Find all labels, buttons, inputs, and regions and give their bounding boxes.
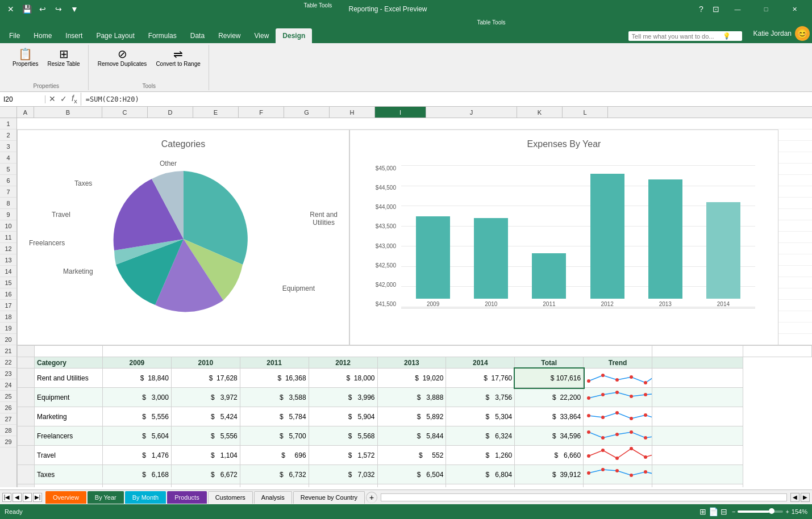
tab-data[interactable]: Data xyxy=(184,28,211,43)
cell-mkt-2012[interactable]: $ 5,904 xyxy=(309,407,377,426)
cell-rent-category[interactable]: Rent and Utilities xyxy=(35,369,103,388)
col-header-G[interactable]: G xyxy=(284,107,330,118)
cell-equip-2010[interactable]: $ 3,972 xyxy=(171,388,240,407)
cell-trav-2010[interactable]: $ 1,104 xyxy=(171,446,240,465)
cell-equip-2009[interactable]: $ 3,000 xyxy=(103,388,172,407)
ribbon-btn-properties[interactable]: 📋 Properties xyxy=(9,46,42,68)
sheet-scroll-right[interactable]: ▶ xyxy=(801,493,810,502)
cell-mkt-category[interactable]: Marketing xyxy=(35,407,103,426)
cell-trav-total[interactable]: $ 6,660 xyxy=(515,446,584,465)
tab-scroll-next[interactable]: ▶ xyxy=(23,493,32,502)
col-header-K[interactable]: K xyxy=(517,107,563,118)
header-2009[interactable]: 2009 xyxy=(103,357,172,369)
cell-trav-2013[interactable]: $ 552 xyxy=(377,446,446,465)
ribbon-btn-resize[interactable]: ⊞ Resize Table xyxy=(44,46,84,68)
cell-free-2014[interactable]: $ 6,324 xyxy=(446,426,515,446)
header-2011[interactable]: 2011 xyxy=(240,357,309,369)
cell-mkt-2011[interactable]: $ 5,784 xyxy=(240,407,309,426)
header-category[interactable]: Category xyxy=(35,357,103,369)
tab-by-month[interactable]: By Month xyxy=(125,491,166,504)
cell-tax-category[interactable]: Taxes xyxy=(35,465,103,484)
cell-free-category[interactable]: Freelancers xyxy=(35,426,103,446)
zoom-slider[interactable] xyxy=(738,510,783,513)
cell-other-2011[interactable]: $ 3,720 xyxy=(240,484,309,488)
formula-input[interactable]: =SUM(C20:H20) xyxy=(81,95,812,103)
cell-tax-2012[interactable]: $ 7,032 xyxy=(309,465,377,484)
normal-view-icon[interactable]: ⊞ xyxy=(699,507,706,516)
ribbon-btn-convert[interactable]: ⇌ Convert to Range xyxy=(152,46,203,68)
col-header-D[interactable]: D xyxy=(148,107,193,118)
tab-scroll-first[interactable]: |◀ xyxy=(2,493,11,502)
tab-page-layout[interactable]: Page Layout xyxy=(89,28,141,43)
cell-tax-total[interactable]: $ 39,912 xyxy=(515,465,584,484)
cell-J18[interactable] xyxy=(652,346,743,357)
cell-equip-2011[interactable]: $ 3,588 xyxy=(240,388,309,407)
cell-trav-2012[interactable]: $ 1,572 xyxy=(309,446,377,465)
cell-other-2013[interactable]: $ 2,556 xyxy=(377,484,446,488)
cell-free-2010[interactable]: $ 5,556 xyxy=(171,426,240,446)
cell-other-2012[interactable]: $ 2,304 xyxy=(309,484,377,488)
cell-free-total[interactable]: $ 34,596 xyxy=(515,426,584,446)
cell-A18[interactable] xyxy=(18,346,35,357)
zoom-minus[interactable]: − xyxy=(732,508,735,515)
cell-other-2014[interactable]: $ 2,568 xyxy=(446,484,515,488)
cell-reference[interactable]: I20 xyxy=(0,95,45,103)
cell-rent-2011[interactable]: $ 16,368 xyxy=(240,369,309,388)
cell-tax-2013[interactable]: $ 6,504 xyxy=(377,465,446,484)
cell-tax-2010[interactable]: $ 6,672 xyxy=(171,465,240,484)
user-avatar[interactable]: 😊 xyxy=(795,26,810,41)
undo-icon[interactable]: ↩ xyxy=(36,3,49,15)
cell-mkt-total[interactable]: $ 33,864 xyxy=(515,407,584,426)
add-sheet-button[interactable]: + xyxy=(366,492,377,503)
cell-mkt-2013[interactable]: $ 5,892 xyxy=(377,407,446,426)
insert-function-icon[interactable]: fx xyxy=(70,93,78,106)
header-2010[interactable]: 2010 xyxy=(171,357,240,369)
cell-free-2009[interactable]: $ 5,604 xyxy=(103,426,172,446)
page-break-icon[interactable]: ⊟ xyxy=(721,507,727,516)
cell-trav-2011[interactable]: $ 696 xyxy=(240,446,309,465)
cell-tax-2009[interactable]: $ 6,168 xyxy=(103,465,172,484)
cell-other-total[interactable]: $ 16,332 xyxy=(515,484,584,488)
col-header-J[interactable]: J xyxy=(426,107,517,118)
cell-trav-2014[interactable]: $ 1,260 xyxy=(446,446,515,465)
tab-formulas[interactable]: Formulas xyxy=(141,28,184,43)
col-header-L[interactable]: L xyxy=(563,107,608,118)
col-header-A[interactable]: A xyxy=(17,107,34,118)
tab-view[interactable]: View xyxy=(248,28,276,43)
cell-rent-2014[interactable]: $ 17,760 xyxy=(446,369,515,388)
cell-tax-2014[interactable]: $ 6,804 xyxy=(446,465,515,484)
tab-home[interactable]: Home xyxy=(27,28,59,43)
col-header-H[interactable]: H xyxy=(330,107,375,118)
search-input[interactable] xyxy=(632,33,723,40)
cell-trav-category[interactable]: Travel xyxy=(35,446,103,465)
cell-other-2009[interactable]: $ 2,460 xyxy=(103,484,172,488)
save-icon[interactable]: 💾 xyxy=(20,3,33,15)
cell-other-category[interactable]: Other xyxy=(35,484,103,488)
excel-icon[interactable]: ✕ xyxy=(5,3,17,15)
maximize-button[interactable]: □ xyxy=(753,0,779,18)
cell-trav-2009[interactable]: $ 1,476 xyxy=(103,446,172,465)
cell-rent-2009[interactable]: $ 18,840 xyxy=(103,369,172,388)
header-trend[interactable]: Trend xyxy=(584,357,652,369)
close-button[interactable]: ✕ xyxy=(781,0,807,18)
sheet-scroll-left[interactable]: ◀ xyxy=(790,493,799,502)
cell-free-2011[interactable]: $ 5,700 xyxy=(240,426,309,446)
tab-review[interactable]: Review xyxy=(211,28,247,43)
zoom-handle[interactable] xyxy=(769,508,774,514)
col-header-B[interactable]: B xyxy=(34,107,102,118)
cell-equip-category[interactable]: Equipment xyxy=(35,388,103,407)
zoom-plus[interactable]: + xyxy=(785,508,789,515)
cell-equip-2014[interactable]: $ 3,756 xyxy=(446,388,515,407)
cell-free-2012[interactable]: $ 5,568 xyxy=(309,426,377,446)
tab-by-year[interactable]: By Year xyxy=(88,491,124,504)
tab-overview[interactable]: Overview xyxy=(45,491,86,504)
cell-mkt-2010[interactable]: $ 5,424 xyxy=(171,407,240,426)
tab-products[interactable]: Products xyxy=(167,491,206,504)
cell-other-2010[interactable]: $ 2,724 xyxy=(171,484,240,488)
col-header-F[interactable]: F xyxy=(239,107,284,118)
confirm-formula-icon[interactable]: ✓ xyxy=(59,93,68,104)
cell-K18[interactable] xyxy=(743,346,812,357)
tab-analysis[interactable]: Analysis xyxy=(254,491,292,504)
header-2014[interactable]: 2014 xyxy=(446,357,515,369)
header-2012[interactable]: 2012 xyxy=(309,357,377,369)
